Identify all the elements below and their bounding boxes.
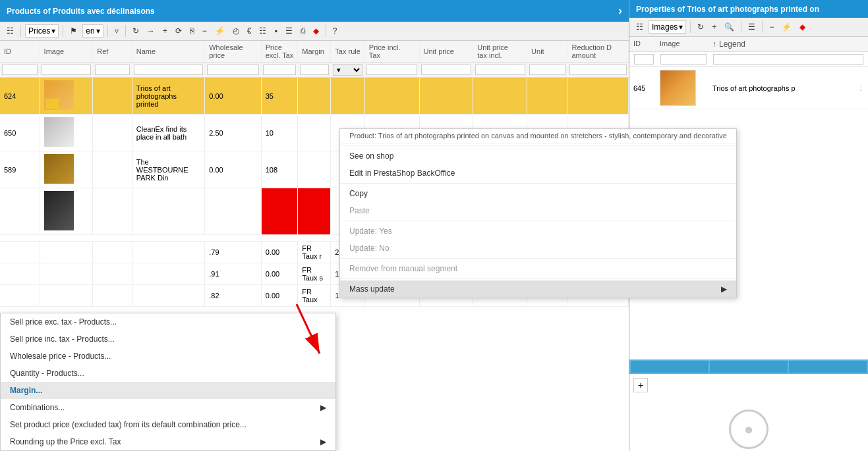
list-icon[interactable]: ☷ — [256, 25, 269, 37]
cell-reduction — [567, 78, 629, 115]
gem-icon[interactable]: ◆ — [310, 25, 322, 37]
filter-unit[interactable] — [529, 65, 565, 75]
right-minus-icon[interactable]: − — [767, 21, 776, 33]
cell-7: FR Taux r — [298, 242, 331, 263]
cell-name — [132, 188, 204, 235]
filter-priceincl[interactable] — [366, 65, 417, 75]
add-image-button[interactable]: + — [633, 378, 648, 392]
help-icon[interactable]: ? — [330, 25, 340, 37]
submenu-set-price[interactable]: Set product price (excluded tax) from it… — [1, 416, 335, 433]
col-margin: Margin — [298, 41, 331, 63]
prices-dropdown[interactable]: Prices ▾ — [25, 24, 59, 38]
cell-price: 10 — [261, 115, 298, 151]
right-sep-3 — [762, 21, 763, 33]
submenu-label: Sell price exc. tax - Products... — [10, 317, 117, 327]
reload-icon[interactable]: ⟳ — [173, 25, 185, 37]
col-priceincl: Price incl.Tax — [364, 41, 419, 63]
filter-ref[interactable] — [95, 65, 130, 75]
filter-icon[interactable]: ▿ — [112, 25, 121, 37]
copy-icon[interactable]: ⎘ — [187, 25, 197, 37]
filter-margin[interactable] — [300, 65, 329, 75]
screen-icon[interactable]: ◴ — [230, 25, 242, 37]
right-list-icon[interactable]: ☰ — [745, 21, 758, 33]
cell-1 — [0, 263, 40, 285]
submenu-label: Wholesale price - Products... — [10, 352, 111, 361]
cell-priceincl — [364, 78, 419, 115]
ctx-copy[interactable]: Copy — [340, 185, 736, 202]
submenu-combinations[interactable]: Combinations... ▶ — [1, 399, 335, 416]
ctx-mass-update[interactable]: Mass update ▶ — [340, 280, 736, 298]
toolbar-sep-4 — [125, 25, 126, 37]
filter-unitprice[interactable] — [421, 65, 471, 75]
minus-icon[interactable]: − — [200, 25, 210, 37]
right-search-icon[interactable]: 🔍 — [722, 21, 737, 33]
cell-image — [40, 151, 93, 188]
right-title-bar: Properties of Trios of art photographs p… — [629, 0, 868, 18]
filter-unitpricetax[interactable] — [475, 65, 525, 75]
submenu-rounding[interactable]: Rounding up the Price excl. Tax ▶ — [1, 433, 335, 450]
cell-4 — [132, 285, 204, 307]
filter-name[interactable] — [134, 65, 202, 75]
cell-4 — [132, 242, 204, 263]
right-bolt-icon[interactable]: ⚡ — [779, 21, 794, 33]
submenu-margin[interactable]: Margin... — [1, 382, 335, 399]
cell-price-red2 — [298, 188, 331, 235]
right-toolbar: ☷ Images ▾ ↻ + 🔍 ☰ − ⚡ ◆ — [629, 18, 868, 37]
filter-id[interactable] — [2, 65, 38, 75]
filter-taxrule[interactable]: ▾ — [333, 64, 363, 76]
list2-icon[interactable]: ☰ — [283, 25, 295, 37]
right-col-id: ID — [633, 40, 660, 49]
right-col-legend: ↑ Legend — [712, 40, 864, 49]
right-filter-image — [660, 53, 712, 65]
placeholder-icon: ● — [729, 410, 768, 449]
toolbar-grid-icon[interactable]: ☷ — [4, 25, 16, 37]
right-gem-icon[interactable]: ◆ — [797, 21, 808, 33]
bolt-icon[interactable]: ⚡ — [212, 25, 227, 37]
submenu-quantity[interactable]: Quantity - Products... — [1, 365, 335, 382]
col-unitprice: Unit price — [419, 41, 473, 63]
right-add-icon[interactable]: + — [709, 21, 719, 33]
lang-dropdown[interactable]: en ▾ — [82, 24, 103, 38]
ctx-edit-backoffice[interactable]: Edit in PrestaShop BackOffice — [340, 165, 736, 182]
right-title-text: Properties of Trios of art photographs p… — [636, 5, 819, 14]
ctx-separator-2 — [340, 183, 736, 184]
flag-icon[interactable]: ⚑ — [67, 25, 80, 37]
toolbar-sep-1 — [20, 25, 21, 37]
col-id: ID — [0, 41, 40, 63]
ctx-info-text: Product: Trios of art photographs printe… — [340, 129, 736, 144]
right-data-row[interactable]: 645 Trios of art photographs p ⋮ — [629, 67, 868, 109]
images-dropdown[interactable]: Images ▾ — [649, 20, 686, 34]
filter-price[interactable] — [263, 65, 296, 75]
right-kebab-icon[interactable]: ⋮ — [857, 84, 864, 92]
print-icon[interactable]: ⎙ — [298, 25, 308, 37]
cell-2 — [40, 285, 93, 307]
cell-ref — [93, 78, 132, 115]
filter-wholesale[interactable] — [207, 65, 260, 75]
right-refresh-icon[interactable]: ↻ — [695, 21, 707, 33]
doc-icon[interactable]: ▪ — [272, 25, 279, 37]
table-row[interactable]: 624 Trios of art photographs printed 0.0… — [0, 78, 629, 115]
chevron-icon-2: ▾ — [96, 26, 100, 36]
right-column-headers: ID Image ↑ Legend — [629, 37, 868, 52]
col-unitpricetax: Unit pricetax incl. — [473, 41, 527, 63]
cursor-icon[interactable]: → — [144, 25, 158, 37]
cell-2 — [40, 242, 93, 263]
refresh-icon[interactable]: ↻ — [130, 25, 142, 37]
euro-icon[interactable]: € — [245, 25, 254, 37]
left-title-text: Products of Produits avec déclinaisons — [7, 7, 155, 16]
submenu-label: Combinations... — [10, 403, 65, 412]
cell-5: .82 — [205, 285, 262, 307]
right-grid-icon[interactable]: ☷ — [633, 21, 646, 33]
cell-margin — [298, 78, 331, 115]
cell-image — [40, 188, 93, 235]
toolbar-sep-2 — [63, 25, 63, 37]
filter-reduction[interactable] — [569, 65, 627, 75]
right-sep-2 — [741, 21, 741, 33]
add-icon[interactable]: + — [160, 25, 170, 37]
ctx-see-on-shop[interactable]: See on shop — [340, 147, 736, 165]
right-blue-col1 — [631, 361, 709, 373]
cell-taxrule — [331, 78, 365, 115]
cell-wholesale: 0.00 — [205, 78, 262, 115]
filter-image[interactable] — [42, 65, 91, 75]
cell-id — [0, 188, 40, 235]
